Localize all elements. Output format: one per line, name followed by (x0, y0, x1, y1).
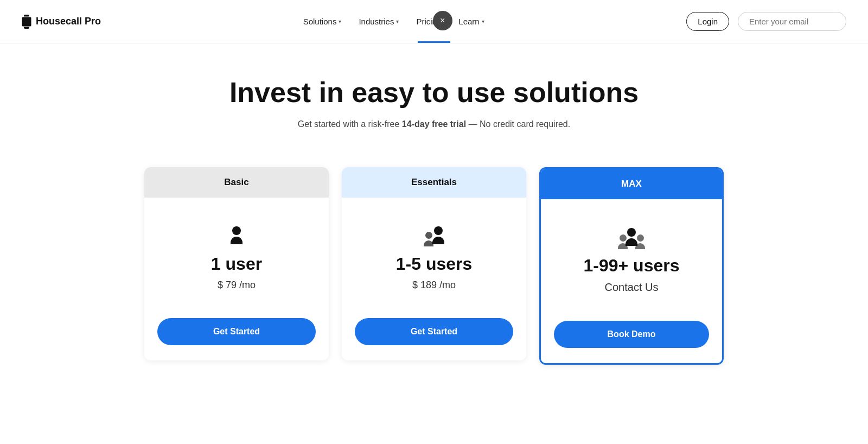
card-basic-header: Basic (144, 167, 329, 198)
logo[interactable]: Housecall Pro (22, 15, 101, 29)
logo-text: Housecall Pro (36, 16, 101, 27)
nav-solutions[interactable]: Solutions ▾ (303, 17, 342, 26)
nav-industries[interactable]: Industries ▾ (359, 17, 399, 26)
max-contact: Contact Us (605, 281, 659, 294)
nav-center: Solutions ▾ Industries ▾ Pricing Learn ▾… (303, 17, 484, 26)
svg-rect-1 (22, 17, 31, 27)
basic-price: $ 79 /mo (218, 280, 256, 291)
pricing-card-basic: Basic 1 user $ 79 /mo Get Started (144, 167, 329, 360)
chevron-down-icon: ▾ (482, 18, 484, 24)
card-essentials-body: 1-5 users $ 189 /mo Get Started (342, 198, 526, 360)
essentials-user-count: 1-5 users (396, 254, 473, 274)
pricing-card-essentials: Essentials 1-5 users $ 189 /mo Get Start… (342, 167, 526, 360)
basic-cta-button[interactable]: Get Started (157, 318, 316, 345)
pricing-card-max: MAX 1-99+ users Contact Us Book Demo (539, 167, 724, 365)
email-input[interactable] (738, 12, 846, 31)
essentials-cta-button[interactable]: Get Started (355, 318, 513, 345)
single-user-icon (231, 217, 242, 244)
hero-title: Invest in easy to use solutions (11, 76, 857, 109)
pricing-section: Basic 1 user $ 79 /mo Get Started Essent… (0, 151, 868, 386)
card-max-header: MAX (541, 169, 722, 199)
login-button[interactable]: Login (686, 12, 729, 31)
card-max-body: 1-99+ users Contact Us Book Demo (541, 199, 722, 363)
logo-icon (22, 15, 31, 29)
card-essentials-header: Essentials (342, 167, 526, 198)
hero-subtitle: Get started with a risk-free 14-day free… (11, 119, 857, 129)
max-user-count: 1-99+ users (583, 256, 679, 276)
two-users-icon (424, 217, 444, 244)
close-button[interactable]: × (433, 11, 452, 30)
essentials-price: $ 189 /mo (412, 280, 456, 291)
three-users-icon (618, 219, 645, 246)
chevron-down-icon: ▾ (339, 18, 341, 24)
basic-user-count: 1 user (211, 254, 262, 274)
nav-learn[interactable]: Learn ▾ (458, 17, 484, 26)
nav-right: Login (686, 12, 846, 31)
hero-section: Invest in easy to use solutions Get star… (0, 43, 868, 151)
navbar: Housecall Pro Solutions ▾ Industries ▾ P… (0, 0, 868, 43)
max-cta-button[interactable]: Book Demo (554, 321, 709, 348)
card-basic-body: 1 user $ 79 /mo Get Started (144, 198, 329, 360)
chevron-down-icon: ▾ (396, 18, 399, 24)
